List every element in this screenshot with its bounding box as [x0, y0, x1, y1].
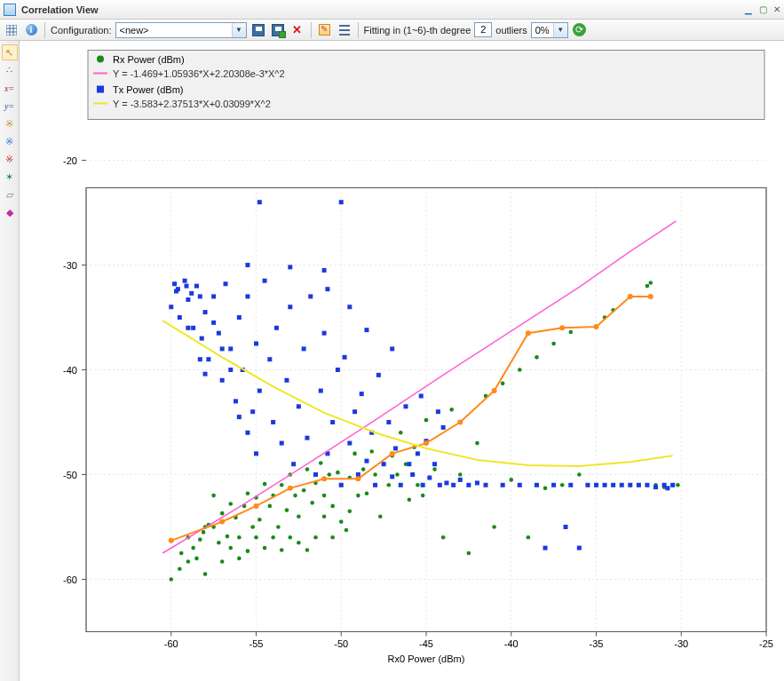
fit-orange-tool[interactable]: ※ [2, 115, 18, 131]
svg-point-84 [344, 528, 349, 533]
svg-point-80 [328, 472, 332, 477]
svg-text:-40: -40 [504, 638, 519, 649]
svg-rect-168 [224, 281, 228, 286]
svg-point-279 [457, 420, 463, 425]
minimize-icon[interactable]: ▁ [742, 4, 755, 16]
svg-rect-177 [263, 279, 267, 283]
svg-point-55 [220, 511, 225, 516]
save-icon[interactable] [250, 22, 266, 38]
svg-text:-50: -50 [334, 638, 348, 649]
svg-rect-198 [352, 409, 357, 414]
svg-point-143 [297, 541, 301, 545]
svg-point-96 [395, 472, 400, 477]
svg-point-87 [356, 494, 360, 498]
fitting-label: Fitting in (1~6)-th degree [364, 25, 471, 36]
svg-rect-255 [254, 451, 258, 455]
save-as-icon[interactable] [270, 22, 286, 38]
svg-rect-231 [535, 483, 539, 487]
svg-rect-203 [373, 483, 377, 487]
svg-rect-181 [280, 441, 284, 446]
info-icon[interactable]: i [23, 22, 39, 38]
svg-point-101 [416, 483, 420, 487]
svg-rect-197 [347, 441, 352, 446]
svg-rect-262 [198, 357, 202, 361]
svg-rect-166 [217, 331, 221, 336]
svg-point-56 [226, 535, 230, 539]
title-bar: Correlation View ▁ ▢ ✕ [0, 0, 784, 20]
svg-point-113 [518, 368, 522, 372]
fit-blue-tool[interactable]: ※ [2, 133, 18, 149]
svg-point-74 [302, 488, 306, 493]
svg-point-107 [467, 551, 471, 556]
svg-text:-30: -30 [674, 638, 688, 649]
svg-point-104 [441, 535, 446, 540]
options-icon[interactable] [317, 22, 333, 38]
svg-point-75 [305, 467, 310, 471]
chevron-down-icon: ▼ [553, 23, 567, 37]
svg-rect-218 [438, 483, 442, 487]
svg-point-147 [330, 535, 335, 540]
configuration-combo[interactable]: <new> ▼ [115, 22, 247, 38]
svg-rect-238 [594, 483, 598, 487]
svg-rect-173 [245, 294, 249, 298]
svg-rect-254 [484, 483, 488, 487]
svg-point-78 [319, 461, 323, 465]
svg-point-284 [628, 294, 633, 299]
outliers-combo[interactable]: 0% ▼ [531, 22, 568, 38]
list-icon[interactable] [337, 22, 352, 38]
svg-text:-45: -45 [419, 638, 433, 649]
svg-rect-160 [191, 326, 195, 330]
svg-point-154 [179, 551, 184, 556]
svg-rect-209 [399, 483, 403, 487]
svg-rect-157 [178, 315, 182, 320]
svg-text:Rx0 Power (dBm): Rx0 Power (dBm) [388, 653, 465, 664]
svg-point-89 [365, 491, 369, 495]
svg-point-276 [355, 476, 360, 481]
svg-rect-178 [267, 357, 272, 361]
fitting-degree-input[interactable]: 2 [474, 22, 492, 37]
svg-rect-264 [441, 425, 446, 430]
delete-icon[interactable]: ✕ [289, 22, 305, 38]
close-icon[interactable]: ✕ [771, 4, 783, 16]
svg-point-81 [330, 504, 335, 509]
help-book-tool[interactable]: ◆ [2, 204, 18, 220]
svg-point-68 [276, 525, 281, 529]
svg-rect-243 [637, 483, 641, 487]
svg-rect-219 [257, 200, 262, 204]
x-equals-tool[interactable]: x= [2, 80, 18, 96]
select-arrow-tool[interactable]: ↖ [2, 44, 18, 60]
svg-point-49 [191, 546, 195, 550]
svg-text:Y = -3.583+2.37513*X+0.03099*X: Y = -3.583+2.37513*X+0.03099*X^2 [113, 99, 271, 109]
svg-rect-182 [284, 378, 289, 383]
svg-point-127 [648, 281, 653, 285]
svg-point-88 [361, 467, 366, 471]
refresh-icon[interactable]: ⟳ [572, 22, 588, 38]
svg-point-149 [348, 510, 352, 514]
svg-rect-267 [390, 346, 394, 351]
svg-rect-292 [97, 86, 104, 93]
chart-area[interactable]: -60-55-50-45-40-35-30-25-60-50-40-30-20R… [20, 41, 784, 681]
maximize-icon[interactable]: ▢ [756, 4, 769, 16]
svg-point-54 [217, 541, 221, 545]
scatter-style-tool[interactable]: ∴ [2, 62, 18, 78]
svg-rect-204 [376, 373, 381, 377]
svg-rect-164 [206, 357, 210, 361]
grid-icon[interactable] [4, 22, 20, 38]
svg-point-66 [268, 504, 273, 509]
svg-rect-207 [390, 474, 394, 479]
y-equals-tool[interactable]: y= [2, 98, 18, 114]
svg-rect-174 [250, 409, 255, 414]
eraser-tool[interactable]: ▱ [2, 186, 18, 202]
svg-rect-229 [501, 483, 505, 487]
svg-point-105 [449, 408, 454, 412]
svg-rect-155 [169, 305, 173, 309]
svg-point-288 [97, 56, 104, 63]
centroid-tool[interactable]: ✶ [2, 169, 18, 185]
svg-point-148 [339, 519, 344, 524]
svg-rect-270 [325, 287, 329, 291]
svg-rect-0 [6, 25, 17, 36]
svg-point-114 [527, 535, 531, 540]
svg-point-90 [369, 449, 374, 454]
svg-point-94 [387, 483, 392, 487]
fit-red-tool[interactable]: ※ [2, 151, 18, 167]
